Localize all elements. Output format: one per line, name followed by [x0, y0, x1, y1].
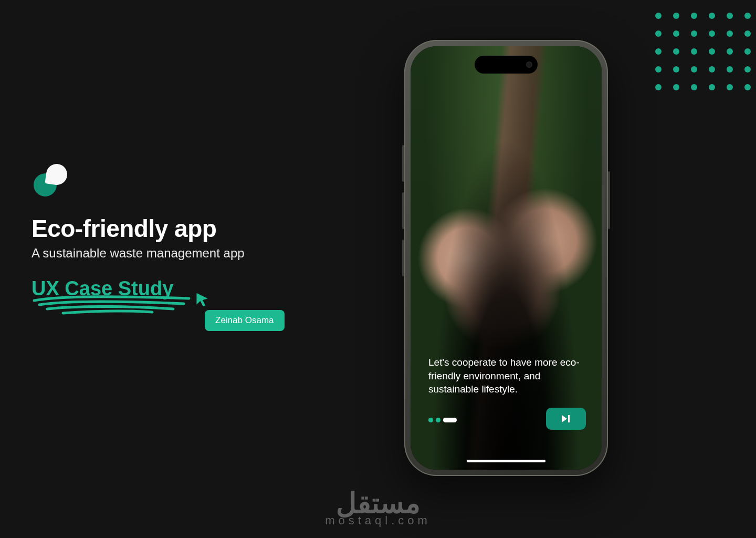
- phone-screen: Let's cooperate to have more eco-friendl…: [411, 46, 602, 470]
- page-dot: [436, 418, 440, 422]
- subtitle: A sustainable waste management app: [32, 246, 326, 261]
- next-button[interactable]: [546, 408, 586, 430]
- watermark-latin: mostaql.com: [325, 514, 431, 527]
- svg-rect-0: [568, 415, 570, 422]
- cursor-icon: [194, 292, 210, 307]
- onboarding-hero-image: [411, 46, 602, 470]
- decoration-dot-grid: [655, 13, 751, 90]
- page-dot-active: [443, 418, 457, 422]
- page-indicator: [428, 418, 457, 422]
- home-indicator: [467, 460, 545, 462]
- onboarding-text: Let's cooperate to have more eco-friendl…: [428, 356, 581, 396]
- intro-block: Eco-friendly app A sustainable waste man…: [32, 163, 326, 300]
- underline-scribble-icon: [32, 294, 194, 315]
- title: Eco-friendly app: [32, 214, 326, 243]
- watermark-arabic: مستقل: [325, 490, 431, 516]
- app-logo-icon: [32, 163, 68, 200]
- author-tag: Zeinab Osama: [205, 310, 285, 331]
- watermark: مستقل mostaql.com: [325, 490, 431, 527]
- page-dot: [428, 418, 433, 422]
- skip-forward-icon: [561, 414, 571, 423]
- phone-mockup: Let's cooperate to have more eco-friendl…: [404, 40, 608, 476]
- dynamic-island: [475, 56, 538, 74]
